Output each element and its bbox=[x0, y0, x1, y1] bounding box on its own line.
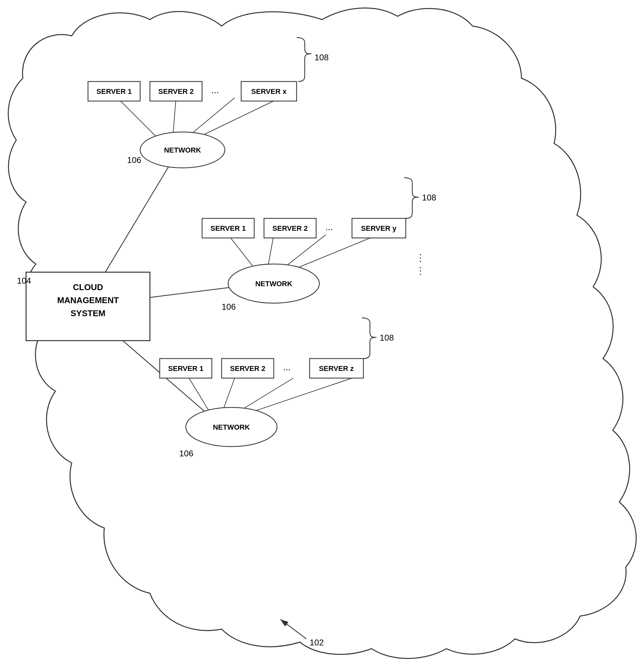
bot-serverz-label: SERVER z bbox=[319, 364, 353, 372]
top-108-label: 108 bbox=[315, 52, 328, 62]
mid-108-label: 108 bbox=[422, 192, 436, 202]
bot-108-label: 108 bbox=[380, 333, 394, 343]
cms-label-line2: MANAGEMENT bbox=[57, 295, 119, 305]
network2-label: NETWORK bbox=[255, 280, 292, 288]
mid-server2-label: SERVER 2 bbox=[273, 224, 308, 232]
top-server1-label: SERVER 1 bbox=[96, 87, 132, 95]
top-server2-label: SERVER 2 bbox=[158, 87, 193, 95]
network1-label: NETWORK bbox=[164, 146, 201, 154]
network2-106-label: 106 bbox=[222, 302, 236, 312]
ref-102-label: 102 bbox=[309, 638, 324, 647]
top-dots: ··· bbox=[211, 87, 219, 97]
mid-dots: ··· bbox=[325, 224, 333, 234]
cms-label-line3: SYSTEM bbox=[71, 308, 106, 318]
network3-label: NETWORK bbox=[213, 423, 250, 431]
diagram-container: SERVER 1 SERVER 2 ··· SERVER x 108 NETWO… bbox=[0, 0, 644, 663]
bot-server2-label: SERVER 2 bbox=[230, 364, 265, 372]
vertical-dots2: ⋮ bbox=[416, 266, 425, 276]
network3-106-label: 106 bbox=[179, 449, 193, 458]
vertical-dots: ⋮ bbox=[416, 253, 425, 263]
network1-106-label: 106 bbox=[127, 155, 141, 165]
mid-servery-label: SERVER y bbox=[361, 224, 397, 232]
top-serverx-label: SERVER x bbox=[251, 87, 287, 95]
cms-104-label: 104 bbox=[17, 276, 31, 285]
bot-server1-label: SERVER 1 bbox=[168, 364, 203, 372]
cms-label-line1: CLOUD bbox=[73, 282, 103, 292]
bot-dots: ··· bbox=[283, 364, 291, 374]
mid-server1-label: SERVER 1 bbox=[210, 224, 246, 232]
